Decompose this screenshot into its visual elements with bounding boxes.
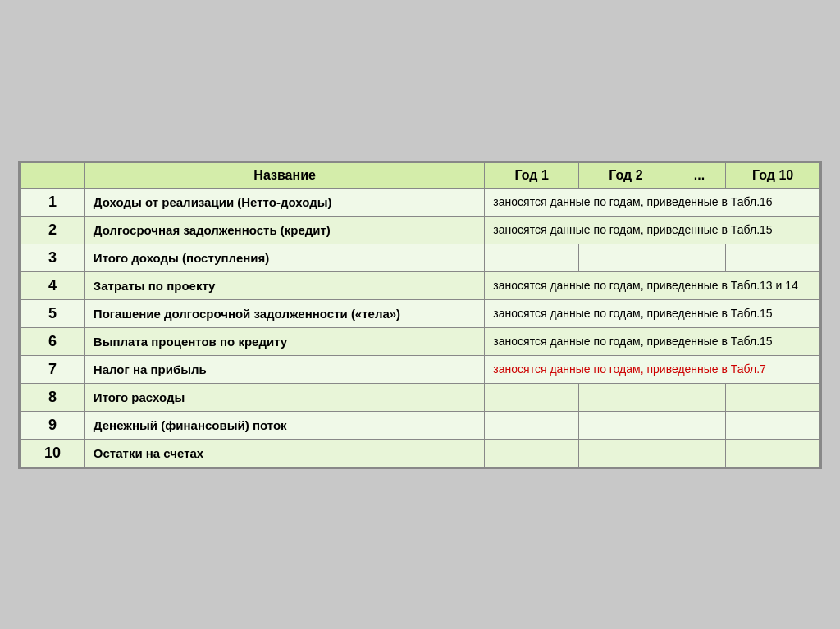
year-cell <box>726 439 820 467</box>
header-num <box>21 162 85 188</box>
financial-table: Название Год 1 Год 2 ... Год 10 1Доходы … <box>20 162 820 467</box>
header-year1: Год 1 <box>485 162 579 188</box>
row-number: 3 <box>21 244 85 271</box>
row-number: 10 <box>21 439 85 467</box>
row-number: 4 <box>21 271 85 299</box>
row-info: заносятся данные по годам, приведенные в… <box>485 299 820 327</box>
row-info: заносятся данные по годам, приведенные в… <box>485 271 820 299</box>
table-header-row: Название Год 1 Год 2 ... Год 10 <box>21 162 820 188</box>
year-cell <box>726 383 820 411</box>
row-number: 9 <box>21 411 85 439</box>
year-cell <box>579 383 673 411</box>
table-row: 8Итого расходы <box>21 383 820 411</box>
year-cell <box>673 244 726 271</box>
row-info: заносятся данные по годам, приведенные в… <box>485 216 820 244</box>
row-name: Итого доходы (поступления) <box>84 244 485 271</box>
row-number: 6 <box>21 327 85 355</box>
row-name: Долгосрочная задолженность (кредит) <box>84 216 485 244</box>
year-cell <box>579 439 673 467</box>
row-info: заносятся данные по годам, приведенные в… <box>485 327 820 355</box>
row-number: 8 <box>21 383 85 411</box>
row-info: заносятся данные по годам, приведенные в… <box>485 188 820 216</box>
header-name: Название <box>84 162 485 188</box>
row-name: Выплата процентов по кредиту <box>84 327 485 355</box>
row-name: Затраты по проекту <box>84 271 485 299</box>
table-row: 9Денежный (финансовый) поток <box>21 411 820 439</box>
year-cell <box>579 411 673 439</box>
year-cell <box>485 439 579 467</box>
table-row: 3Итого доходы (поступления) <box>21 244 820 271</box>
row-name: Остатки на счетах <box>84 439 485 467</box>
header-year10: Год 10 <box>726 162 820 188</box>
year-cell <box>485 411 579 439</box>
year-cell <box>485 244 579 271</box>
table-row: 7Налог на прибыльзаносятся данные по год… <box>21 355 820 383</box>
year-cell <box>673 383 726 411</box>
row-number: 2 <box>21 216 85 244</box>
year-cell <box>673 439 726 467</box>
row-number: 1 <box>21 188 85 216</box>
table-row: 10Остатки на счетах <box>21 439 820 467</box>
row-name: Налог на прибыль <box>84 355 485 383</box>
table-row: 6Выплата процентов по кредитузаносятся д… <box>21 327 820 355</box>
row-name: Погашение долгосрочной задолженности («т… <box>84 299 485 327</box>
row-name: Денежный (финансовый) поток <box>84 411 485 439</box>
header-dots: ... <box>673 162 726 188</box>
year-cell <box>579 244 673 271</box>
table-row: 5Погашение долгосрочной задолженности («… <box>21 299 820 327</box>
table-row: 1Доходы от реализации (Нетто-доходы)зано… <box>21 188 820 216</box>
year-cell <box>726 244 820 271</box>
year-cell <box>673 411 726 439</box>
row-name: Итого расходы <box>84 383 485 411</box>
table-row: 2Долгосрочная задолженность (кредит)зано… <box>21 216 820 244</box>
year-cell <box>726 411 820 439</box>
row-name: Доходы от реализации (Нетто-доходы) <box>84 188 485 216</box>
header-year2: Год 2 <box>579 162 673 188</box>
year-cell <box>485 383 579 411</box>
row-number: 5 <box>21 299 85 327</box>
row-info: заносятся данные по годам, приведенные в… <box>485 355 820 383</box>
row-number: 7 <box>21 355 85 383</box>
main-table-container: Название Год 1 Год 2 ... Год 10 1Доходы … <box>18 161 822 469</box>
table-row: 4Затраты по проектузаносятся данные по г… <box>21 271 820 299</box>
